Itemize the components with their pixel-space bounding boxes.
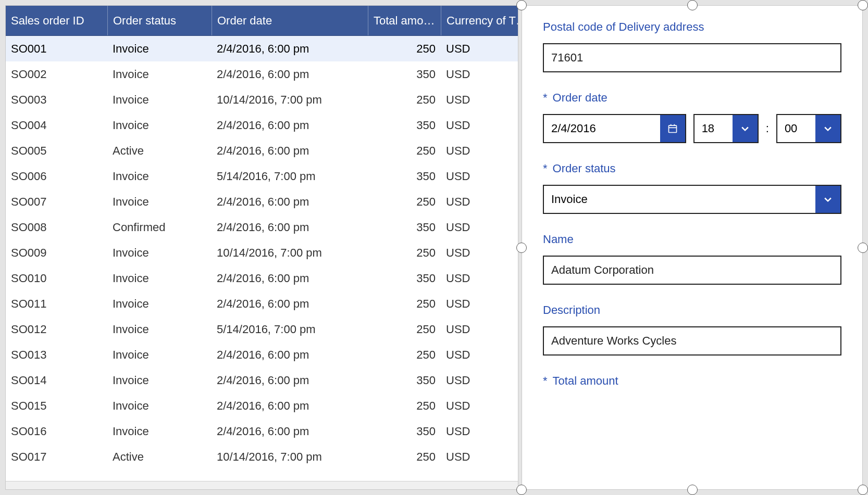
table-row[interactable]: SO014Invoice2/4/2016, 6:00 pm350USD [6, 367, 518, 393]
cell-order-date: 2/4/2016, 6:00 pm [212, 221, 368, 234]
cell-sales-order-id: SO002 [6, 68, 107, 81]
grid-body-scroll[interactable]: SO001Invoice2/4/2016, 6:00 pm250USDSO002… [6, 36, 518, 481]
cell-order-status: Invoice [107, 246, 212, 260]
cell-sales-order-id: SO007 [6, 195, 107, 209]
cell-order-status: Invoice [107, 297, 212, 311]
table-row[interactable]: SO001Invoice2/4/2016, 6:00 pm250USD [6, 36, 518, 61]
cell-currency: USD [441, 170, 498, 183]
cell-order-date: 2/4/2016, 6:00 pm [212, 195, 368, 209]
table-row[interactable]: SO004Invoice2/4/2016, 6:00 pm350USD [6, 112, 518, 138]
resize-handle-top-center[interactable] [687, 0, 698, 10]
cell-order-status: Invoice [107, 68, 212, 81]
cell-order-status: Invoice [107, 374, 212, 387]
chevron-down-icon[interactable] [815, 115, 840, 142]
label-order-date-text: Order date [553, 91, 607, 105]
resize-handle-middle-right[interactable] [858, 243, 868, 253]
resize-handle-bottom-right[interactable] [858, 485, 868, 495]
cell-total-amount: 250 [368, 450, 441, 464]
table-row[interactable]: SO017Active10/14/2016, 7:00 pm250USD [6, 444, 518, 469]
table-row[interactable]: SO006Invoice5/14/2016, 7:00 pm350USD [6, 163, 518, 189]
input-postal-code[interactable]: 71601 [543, 43, 841, 72]
col-header-order-status[interactable]: Order status [107, 6, 212, 35]
cell-currency: USD [441, 195, 498, 209]
resize-handle-middle-left[interactable] [516, 243, 527, 253]
cell-order-date: 2/4/2016, 6:00 pm [212, 374, 368, 387]
cell-total-amount: 250 [368, 297, 441, 311]
cell-order-date: 10/14/2016, 7:00 pm [212, 93, 368, 107]
cell-order-status: Invoice [107, 170, 212, 183]
cell-sales-order-id: SO015 [6, 399, 107, 413]
label-total-amount-text: Total amount [553, 374, 618, 388]
cell-order-status: Active [107, 450, 212, 464]
cell-total-amount: 350 [368, 425, 441, 438]
cell-order-date: 2/4/2016, 6:00 pm [212, 399, 368, 413]
cell-order-date: 2/4/2016, 6:00 pm [212, 272, 368, 285]
cell-total-amount: 250 [368, 348, 441, 362]
select-order-hour[interactable]: 18 [693, 114, 759, 143]
table-row[interactable]: SO008Confirmed2/4/2016, 6:00 pm350USD [6, 214, 518, 240]
cell-sales-order-id: SO005 [6, 144, 107, 158]
cell-order-date: 10/14/2016, 7:00 pm [212, 450, 368, 464]
cell-currency: USD [441, 348, 498, 362]
cell-sales-order-id: SO004 [6, 119, 107, 132]
table-row[interactable]: SO013Invoice2/4/2016, 6:00 pm250USD [6, 342, 518, 367]
cell-order-status: Active [107, 144, 212, 158]
cell-order-date: 2/4/2016, 6:00 pm [212, 119, 368, 132]
cell-currency: USD [441, 42, 498, 56]
edit-form-panel[interactable]: Postal code of Delivery address 71601 * … [522, 5, 863, 490]
resize-handle-bottom-left[interactable] [516, 485, 527, 495]
select-order-status[interactable]: Invoice [543, 185, 841, 214]
table-row[interactable]: SO009Invoice10/14/2016, 7:00 pm250USD [6, 240, 518, 265]
table-row[interactable]: SO010Invoice2/4/2016, 6:00 pm350USD [6, 265, 518, 291]
table-row[interactable]: SO015Invoice2/4/2016, 6:00 pm250USD [6, 393, 518, 418]
table-row[interactable]: SO007Invoice2/4/2016, 6:00 pm250USD [6, 189, 518, 214]
table-row[interactable]: SO016Invoice2/4/2016, 6:00 pm350USD [6, 418, 518, 444]
grid-horizontal-scrollbar[interactable] [6, 481, 518, 489]
cell-currency: USD [441, 144, 498, 158]
col-header-currency[interactable]: Currency of T… [441, 6, 518, 35]
cell-sales-order-id: SO003 [6, 93, 107, 107]
cell-total-amount: 250 [368, 195, 441, 209]
input-name[interactable]: Adatum Corporation [543, 256, 841, 285]
cell-total-amount: 250 [368, 93, 441, 107]
cell-sales-order-id: SO009 [6, 246, 107, 260]
resize-handle-top-left[interactable] [516, 0, 527, 10]
calendar-icon[interactable] [660, 115, 685, 142]
label-order-status: * Order status [543, 162, 841, 175]
cell-total-amount: 350 [368, 119, 441, 132]
time-separator: : [766, 122, 769, 135]
col-header-sales-order-id[interactable]: Sales order ID [6, 6, 107, 35]
cell-sales-order-id: SO014 [6, 374, 107, 387]
label-order-status-text: Order status [553, 162, 616, 175]
table-row[interactable]: SO002Invoice2/4/2016, 6:00 pm350USD [6, 61, 518, 87]
col-header-order-date[interactable]: Order date [212, 6, 368, 35]
table-row[interactable]: SO011Invoice2/4/2016, 6:00 pm250USD [6, 291, 518, 316]
table-row[interactable]: SO012Invoice5/14/2016, 7:00 pm250USD [6, 316, 518, 342]
order-date-value[interactable]: 2/4/2016 [544, 115, 660, 142]
label-total-amount: * Total amount [543, 374, 841, 388]
chevron-down-icon[interactable] [733, 115, 758, 142]
chevron-down-icon[interactable] [815, 186, 840, 213]
label-description: Description [543, 303, 841, 317]
col-header-total-amount[interactable]: Total amo… [368, 6, 441, 35]
resize-handle-top-right[interactable] [858, 0, 868, 10]
order-hour-value: 18 [695, 115, 733, 142]
edit-form-container: Postal code of Delivery address 71601 * … [522, 5, 863, 490]
cell-currency: USD [441, 221, 498, 234]
cell-sales-order-id: SO017 [6, 450, 107, 464]
cell-currency: USD [441, 68, 498, 81]
input-description[interactable]: Adventure Works Cycles [543, 326, 841, 356]
cell-sales-order-id: SO008 [6, 221, 107, 234]
resize-handle-bottom-center[interactable] [687, 485, 698, 495]
cell-order-status: Invoice [107, 323, 212, 336]
cell-order-date: 5/14/2016, 7:00 pm [212, 323, 368, 336]
cell-order-date: 2/4/2016, 6:00 pm [212, 425, 368, 438]
table-row[interactable]: SO005Active2/4/2016, 6:00 pm250USD [6, 138, 518, 163]
input-order-date[interactable]: 2/4/2016 [543, 114, 686, 143]
svg-rect-0 [668, 125, 676, 132]
table-row[interactable]: SO003Invoice10/14/2016, 7:00 pm250USD [6, 87, 518, 112]
cell-sales-order-id: SO011 [6, 297, 107, 311]
select-order-minute[interactable]: 00 [776, 114, 841, 143]
label-name: Name [543, 233, 841, 246]
order-minute-value: 00 [777, 115, 815, 142]
